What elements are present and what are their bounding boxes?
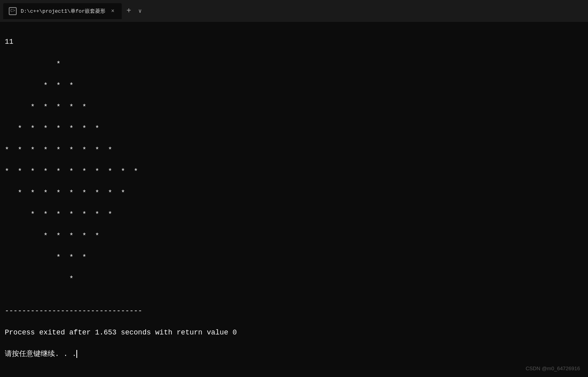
tab[interactable]: C> D:\c++\project1\单for嵌套菱形 × bbox=[3, 3, 122, 19]
diamond-line-3: * * * * * bbox=[5, 102, 583, 113]
title-bar: C> D:\c++\project1\单for嵌套菱形 × + ∨ bbox=[0, 0, 588, 22]
exit-message: Process exited after 1.653 seconds with … bbox=[5, 327, 583, 338]
diamond-line-6: * * * * * * * * * * * bbox=[5, 166, 583, 177]
tab-close-button[interactable]: × bbox=[109, 7, 116, 15]
diamond-line-2: * * * bbox=[5, 80, 583, 91]
diamond-line-9: * * * * * bbox=[5, 231, 583, 241]
tab-app-icon: C> bbox=[9, 7, 17, 15]
diamond-line-4: * * * * * * * bbox=[5, 123, 583, 134]
terminal-output: 11 * * * * * * * * * * * * * * * * * * *… bbox=[0, 22, 588, 377]
separator: -------------------------------- bbox=[5, 306, 583, 317]
tab-dropdown-button[interactable]: ∨ bbox=[136, 6, 144, 16]
diamond-line-5: * * * * * * * * * bbox=[5, 145, 583, 155]
continue-message: 请按任意键继续. . . bbox=[5, 349, 583, 360]
diamond-line-1: * bbox=[5, 59, 583, 70]
diamond-line-10: * * * bbox=[5, 252, 583, 263]
output-number: 11 bbox=[5, 37, 583, 47]
diamond-line-7: * * * * * * * * * bbox=[5, 188, 583, 198]
diamond-line-8: * * * * * * * bbox=[5, 209, 583, 220]
new-tab-button[interactable]: + bbox=[123, 5, 134, 17]
tab-title: D:\c++\project1\单for嵌套菱形 bbox=[21, 8, 105, 15]
cursor bbox=[76, 350, 77, 358]
diamond-line-11: * bbox=[5, 274, 583, 284]
watermark: CSDN @m0_64726916 bbox=[526, 365, 580, 373]
